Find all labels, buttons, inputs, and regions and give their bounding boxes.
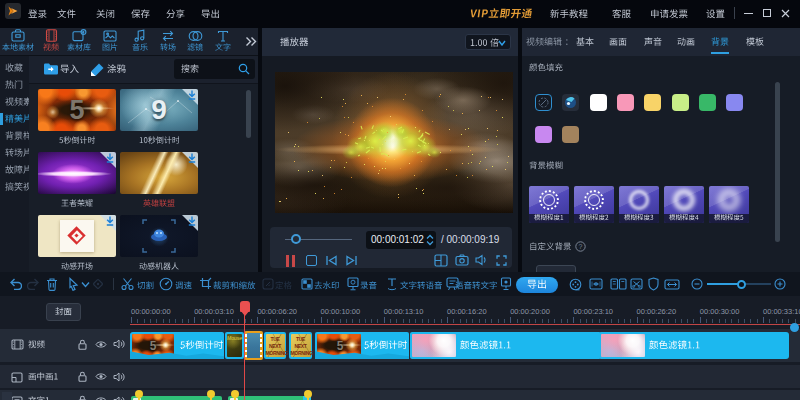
svg-text:?: ? (579, 243, 583, 250)
